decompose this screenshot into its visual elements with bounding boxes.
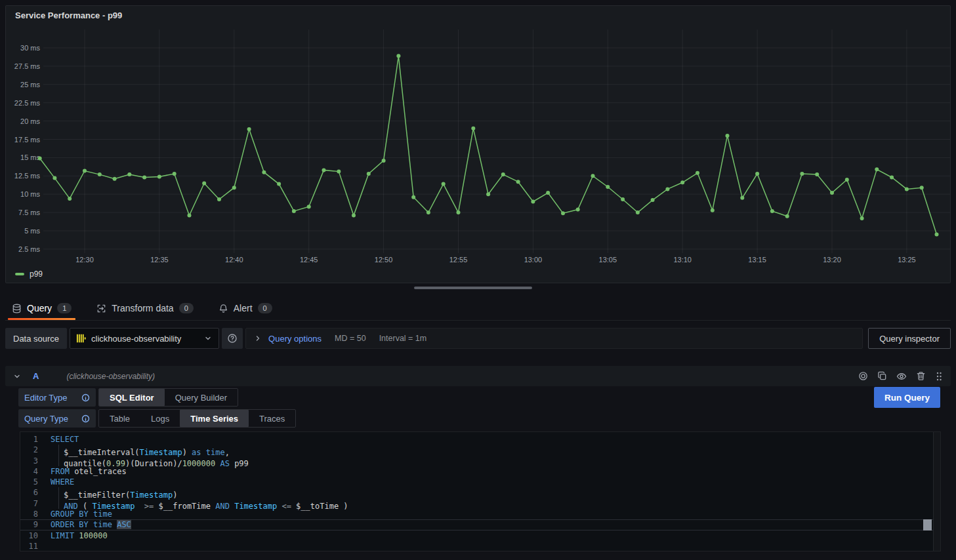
code-line-11[interactable]: 11 <box>20 541 940 551</box>
data-point[interactable] <box>457 210 461 214</box>
datasource-select[interactable]: clickhouse-observability <box>70 328 219 349</box>
data-point[interactable] <box>516 180 520 184</box>
data-point[interactable] <box>711 209 715 212</box>
data-point[interactable] <box>322 168 326 172</box>
data-point[interactable] <box>142 176 146 180</box>
panel-resize-handle[interactable] <box>414 287 532 289</box>
data-point[interactable] <box>800 172 804 176</box>
data-point[interactable] <box>98 172 102 176</box>
data-point[interactable] <box>501 172 505 176</box>
data-point[interactable] <box>157 174 161 178</box>
data-point[interactable] <box>740 196 744 200</box>
info-circle-icon[interactable] <box>81 393 90 402</box>
data-point[interactable] <box>442 182 446 186</box>
data-point[interactable] <box>113 177 117 181</box>
data-point[interactable] <box>277 182 281 186</box>
data-point[interactable] <box>68 197 72 201</box>
query-ref-id[interactable]: A <box>33 371 39 381</box>
code-line-7[interactable]: 7AND ( Timestamp >= $__fromTime AND Time… <box>20 498 940 509</box>
query-type-logs[interactable]: Logs <box>140 410 180 427</box>
info-circle-icon[interactable] <box>81 414 90 423</box>
legend-item-p99[interactable]: p99 <box>15 270 43 279</box>
data-point[interactable] <box>367 172 371 176</box>
data-point[interactable] <box>845 178 849 182</box>
code-line-6[interactable]: 6$__timeFilter(Timestamp) <box>20 487 940 498</box>
data-point[interactable] <box>665 187 669 191</box>
data-point[interactable] <box>651 198 655 202</box>
eye-icon[interactable] <box>896 371 907 382</box>
editor-type-sql-editor[interactable]: SQL Editor <box>99 389 165 406</box>
data-point[interactable] <box>307 205 311 209</box>
chevron-right-icon[interactable] <box>254 334 262 342</box>
data-point[interactable] <box>755 172 759 176</box>
data-point[interactable] <box>52 176 56 180</box>
data-point[interactable] <box>875 167 879 171</box>
query-options-toggle[interactable]: Query options <box>268 334 322 344</box>
data-point[interactable] <box>606 185 610 189</box>
data-point[interactable] <box>232 186 236 190</box>
data-point[interactable] <box>471 127 475 130</box>
collapse-chevron-icon[interactable] <box>13 372 21 380</box>
data-point[interactable] <box>636 210 640 214</box>
data-point[interactable] <box>486 192 490 196</box>
tab-query[interactable]: Query 1 <box>5 296 78 320</box>
data-point[interactable] <box>860 216 864 220</box>
data-point[interactable] <box>935 233 939 237</box>
data-point[interactable] <box>920 186 924 190</box>
datasource-help-button[interactable] <box>222 328 243 349</box>
timeseries-chart[interactable]: 30 ms27.5 ms25 ms22.5 ms20 ms17.5 ms15 m… <box>6 23 950 273</box>
data-point[interactable] <box>396 54 400 58</box>
trash-icon[interactable] <box>916 371 926 381</box>
editor-type-query-builder[interactable]: Query Builder <box>165 389 238 406</box>
code-line-1[interactable]: 1SELECT <box>20 434 940 445</box>
data-point[interactable] <box>262 170 266 174</box>
code-line-9[interactable]: 9ORDER BY time ASC <box>20 519 940 530</box>
duplicate-icon[interactable] <box>877 371 887 381</box>
data-point[interactable] <box>815 172 819 176</box>
data-point[interactable] <box>621 197 625 201</box>
data-point[interactable] <box>173 172 177 176</box>
data-point[interactable] <box>127 172 131 176</box>
data-point[interactable] <box>337 170 341 174</box>
editor-scrollbar[interactable] <box>933 432 940 551</box>
data-point[interactable] <box>411 195 415 199</box>
data-point[interactable] <box>830 191 834 195</box>
data-point[interactable] <box>890 176 894 180</box>
data-point[interactable] <box>726 134 730 138</box>
series-line-p99[interactable] <box>40 56 937 234</box>
data-point[interactable] <box>531 199 535 203</box>
tab-alert[interactable]: Alert 0 <box>212 296 279 320</box>
data-point[interactable] <box>591 174 595 178</box>
data-point[interactable] <box>292 209 296 213</box>
data-point[interactable] <box>680 180 684 184</box>
data-point[interactable] <box>905 187 909 191</box>
record-circle-icon[interactable] <box>858 371 868 381</box>
query-type-table[interactable]: Table <box>99 410 140 427</box>
code-line-5[interactable]: 5WHERE <box>20 477 940 487</box>
data-point[interactable] <box>188 214 192 218</box>
code-line-2[interactable]: 2$__timeInterval(Timestamp) as time, <box>20 445 940 455</box>
code-line-10[interactable]: 10LIMIT 100000 <box>20 530 940 541</box>
data-point[interactable] <box>426 210 430 214</box>
data-point[interactable] <box>352 214 356 218</box>
data-point[interactable] <box>247 127 251 131</box>
code-line-3[interactable]: 3quantile(0.99)(Duration)/1000000 AS p99 <box>20 456 940 466</box>
data-point[interactable] <box>770 209 774 213</box>
drag-handle-icon[interactable] <box>935 371 943 382</box>
run-query-button[interactable]: Run Query <box>874 387 940 408</box>
data-point[interactable] <box>202 182 206 186</box>
tab-transform-data[interactable]: Transform data 0 <box>90 296 200 320</box>
sql-code-editor[interactable]: 1SELECT2$__timeInterval(Timestamp) as ti… <box>20 431 941 551</box>
data-point[interactable] <box>561 211 565 215</box>
data-point[interactable] <box>546 191 550 195</box>
data-point[interactable] <box>785 214 789 218</box>
query-type-time-series[interactable]: Time Series <box>180 410 249 427</box>
data-point[interactable] <box>217 197 221 201</box>
query-type-traces[interactable]: Traces <box>249 410 295 427</box>
data-point[interactable] <box>38 157 42 161</box>
query-inspector-button[interactable]: Query inspector <box>868 328 951 349</box>
data-point[interactable] <box>696 171 699 175</box>
data-point[interactable] <box>576 208 580 212</box>
data-point[interactable] <box>382 159 386 163</box>
data-point[interactable] <box>83 169 87 173</box>
